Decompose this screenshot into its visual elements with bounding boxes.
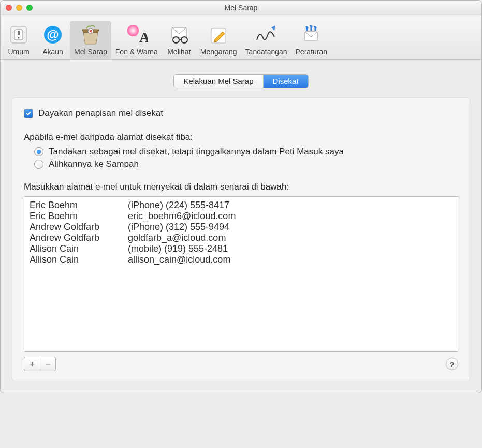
list-item-contact: allison_cain@icloud.com xyxy=(128,254,452,265)
list-item-contact: (iPhone) (224) 555-8417 xyxy=(128,200,452,211)
junk-bin-icon xyxy=(78,23,104,47)
list-item-name: Eric Boehm xyxy=(30,211,128,222)
enable-blocked-filter-label: Dayakan penapisan mel disekat xyxy=(38,108,163,119)
preferences-toolbar: Umum @ Akaun Mel xyxy=(1,15,481,60)
svg-point-3 xyxy=(18,37,20,39)
tab-general[interactable]: Umum xyxy=(2,21,36,59)
close-window-button[interactable] xyxy=(6,5,12,11)
window-title: Mel Sarap xyxy=(1,4,481,12)
svg-rect-2 xyxy=(18,31,20,35)
radio-mark-leave-inbox-label: Tandakan sebagai mel disekat, tetapi tin… xyxy=(49,147,344,157)
tab-viewing[interactable]: Melihat xyxy=(162,21,196,59)
radio-move-to-trash[interactable] xyxy=(34,160,43,169)
tab-composing-label: Mengarang xyxy=(200,48,237,56)
svg-point-7 xyxy=(127,25,139,36)
tab-junk[interactable]: Mel Sarap xyxy=(70,21,111,59)
list-item-name: Allison Cain xyxy=(30,243,128,254)
tab-signatures-label: Tandatangan xyxy=(245,48,287,56)
list-item-contact: eric_boehm6@icloud.com xyxy=(128,211,452,222)
panel-footer: + − ? xyxy=(24,357,458,371)
list-item-name: Eric Boehm xyxy=(30,200,128,211)
add-remove-stepper: + − xyxy=(24,357,56,371)
list-item-contact: goldfarb_a@icloud.com xyxy=(128,233,452,243)
svg-text:A: A xyxy=(139,29,148,45)
blocked-list-label: Masukkan alamat e-mel untuk menyekat di … xyxy=(24,182,458,192)
switch-icon xyxy=(6,23,32,47)
list-item[interactable]: Andrew Goldfarb goldfarb_a@icloud.com xyxy=(30,233,452,243)
list-item-contact: (mobile) (919) 555-2481 xyxy=(128,243,452,254)
window-controls xyxy=(1,5,33,11)
when-blocked-arrives-label: Apabila e-mel daripada alamat disekat ti… xyxy=(24,132,458,142)
blocked-addresses-list[interactable]: Eric Boehm (iPhone) (224) 555-8417 Eric … xyxy=(24,196,458,352)
tab-junk-label: Mel Sarap xyxy=(74,48,107,56)
list-item[interactable]: Allison Cain allison_cain@icloud.com xyxy=(30,254,452,265)
enable-blocked-filter-checkbox[interactable] xyxy=(24,109,33,118)
fonts-colors-icon: A xyxy=(124,23,150,47)
compose-icon xyxy=(206,23,231,47)
list-item-name: Andrew Goldfarb xyxy=(30,222,128,233)
help-button[interactable]: ? xyxy=(446,358,458,370)
tab-rules-label: Peraturan xyxy=(296,48,327,56)
tab-fonts[interactable]: A Fon & Warna xyxy=(111,21,162,59)
add-button[interactable]: + xyxy=(24,357,40,371)
at-icon: @ xyxy=(40,23,66,47)
zoom-window-button[interactable] xyxy=(26,5,33,11)
list-item-name: Andrew Goldfarb xyxy=(30,233,128,243)
blocked-panel: Dayakan penapisan mel disekat Apabila e-… xyxy=(12,97,470,381)
content-area: Kelakuan Mel Sarap Disekat Dayakan penap… xyxy=(1,60,481,393)
subtab-blocked[interactable]: Disekat xyxy=(264,75,308,88)
list-item-contact: (iPhone) (312) 555-9494 xyxy=(128,222,452,233)
sub-tabs: Kelakuan Mel Sarap Disekat xyxy=(173,74,308,88)
preferences-window: Mel Sarap Umum @ Akaun xyxy=(0,0,482,393)
radio-mark-leave-inbox[interactable] xyxy=(34,147,43,156)
tab-general-label: Umum xyxy=(8,48,29,56)
list-item[interactable]: Eric Boehm eric_boehm6@icloud.com xyxy=(30,211,452,222)
blocked-action-radiogroup: Tandakan sebagai mel disekat, tetapi tin… xyxy=(34,147,458,169)
list-item[interactable]: Eric Boehm (iPhone) (224) 555-8417 xyxy=(30,200,452,211)
tab-rules[interactable]: Peraturan xyxy=(291,21,331,59)
tab-viewing-label: Melihat xyxy=(167,48,191,56)
titlebar: Mel Sarap xyxy=(1,1,481,15)
tab-composing[interactable]: Mengarang xyxy=(196,21,241,59)
minimize-window-button[interactable] xyxy=(16,5,22,11)
radio-move-to-trash-label: Alihkannya ke Sampah xyxy=(49,159,139,169)
viewing-icon xyxy=(166,23,192,47)
rules-icon xyxy=(298,23,324,47)
svg-text:@: @ xyxy=(47,27,59,41)
remove-button[interactable]: − xyxy=(40,357,55,371)
tab-accounts[interactable]: @ Akaun xyxy=(36,21,70,59)
tab-accounts-label: Akaun xyxy=(42,48,63,56)
list-item[interactable]: Andrew Goldfarb (iPhone) (312) 555-9494 xyxy=(30,222,452,233)
tab-fonts-label: Fon & Warna xyxy=(115,48,158,56)
list-item-name: Allison Cain xyxy=(30,254,128,265)
subtab-behavior[interactable]: Kelakuan Mel Sarap xyxy=(174,75,263,88)
list-item[interactable]: Allison Cain (mobile) (919) 555-2481 xyxy=(30,243,452,254)
tab-signatures[interactable]: Tandatangan xyxy=(241,21,291,59)
signature-icon xyxy=(253,23,279,47)
